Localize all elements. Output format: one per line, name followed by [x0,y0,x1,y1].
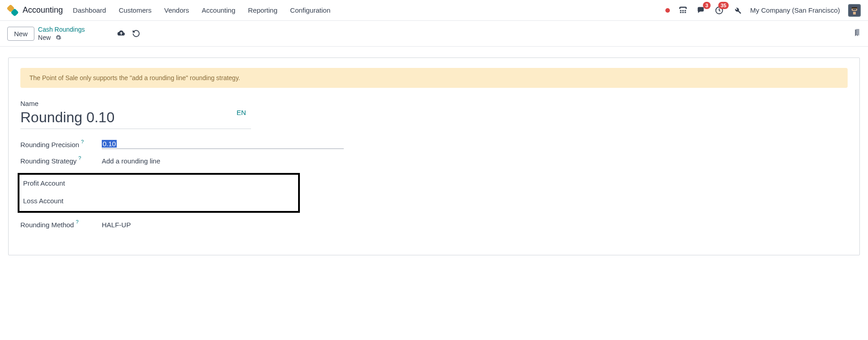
name-input[interactable] [20,108,251,129]
gear-icon[interactable] [55,34,62,41]
phone-icon[interactable] [678,5,688,15]
app-logo[interactable] [7,5,18,16]
rounding-strategy-label: Rounding Strategy [20,157,76,165]
help-icon[interactable]: ? [76,219,78,225]
form-sheet: The Point of Sale only supports the "add… [8,57,860,255]
recording-indicator-icon [665,8,670,13]
rounding-strategy-select[interactable]: Add a rounding line [102,157,160,165]
breadcrumb-current: New [38,34,51,42]
highlighted-accounts-box: Profit Account Loss Account [18,173,300,213]
profit-account-label: Profit Account [23,179,65,187]
rounding-method-select[interactable]: HALF-UP [102,221,131,229]
svg-rect-5 [853,12,856,14]
rounding-precision-value: 0.10 [102,140,117,148]
discard-icon[interactable] [132,29,140,38]
name-label: Name [20,100,848,107]
loss-account-label: Loss Account [23,197,63,205]
activities-badge: 35 [718,2,728,9]
nav-configuration[interactable]: Configuration [290,6,330,14]
bookmark-icon[interactable] [854,29,861,38]
svg-rect-4 [853,9,856,10]
nav-vendors[interactable]: Vendors [164,6,189,14]
svg-rect-3 [852,7,857,9]
nav-accounting[interactable]: Accounting [202,6,235,14]
cloud-save-icon[interactable] [117,29,126,38]
app-title[interactable]: Accounting [23,5,63,15]
tools-icon[interactable] [732,5,742,15]
rounding-method-label: Rounding Method [20,221,74,229]
breadcrumb-parent[interactable]: Cash Roundings [38,25,85,34]
new-button[interactable]: New [7,27,34,41]
help-icon[interactable]: ? [78,155,81,161]
nav-customers[interactable]: Customers [119,6,152,14]
activities-icon[interactable]: 35 [714,5,724,15]
user-avatar[interactable] [848,4,861,17]
warning-alert: The Point of Sale only supports the "add… [20,68,848,88]
nav-reporting[interactable]: Reporting [248,6,277,14]
messages-badge: 3 [703,2,710,9]
messages-icon[interactable]: 3 [696,5,706,15]
company-switcher[interactable]: My Company (San Francisco) [750,6,840,14]
rounding-precision-input[interactable]: 0.10 [102,140,344,149]
rounding-precision-label: Rounding Precision [20,141,79,148]
help-icon[interactable]: ? [81,139,84,144]
language-tag[interactable]: EN [237,109,246,116]
nav-dashboard[interactable]: Dashboard [73,6,106,14]
